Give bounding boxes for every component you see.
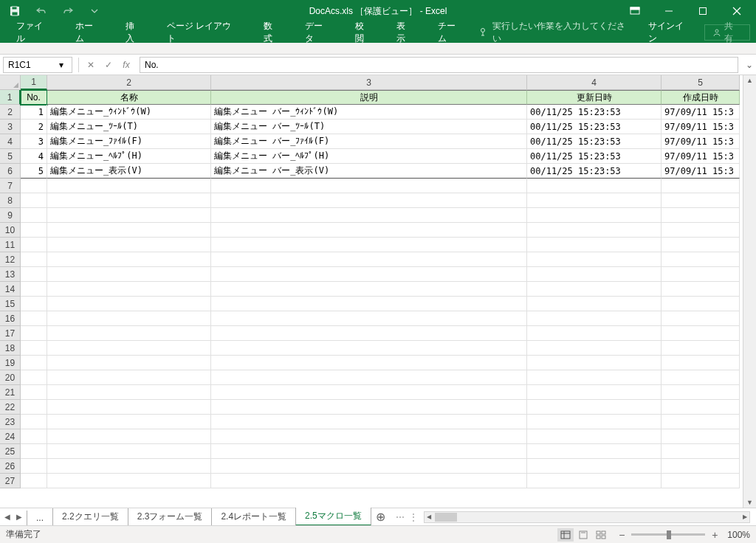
cell[interactable] xyxy=(21,282,47,297)
cell[interactable]: 説明 xyxy=(211,90,527,105)
cell[interactable] xyxy=(21,297,47,311)
cancel-formula-icon[interactable]: ✕ xyxy=(82,57,100,73)
formula-expand-icon[interactable]: ⌄ xyxy=(743,60,756,70)
ribbon-display-icon[interactable] xyxy=(619,0,651,22)
cell[interactable] xyxy=(47,208,211,223)
ribbon-tab[interactable]: ファイル xyxy=(6,22,62,43)
close-button[interactable] xyxy=(721,0,753,22)
cell[interactable] xyxy=(21,267,47,282)
cell[interactable]: 名称 xyxy=(47,90,211,105)
ribbon-tab[interactable]: チーム xyxy=(427,22,475,43)
cell[interactable] xyxy=(47,459,211,474)
row-header[interactable]: 23 xyxy=(0,415,21,429)
cell[interactable] xyxy=(47,252,211,267)
cell[interactable] xyxy=(211,311,527,326)
cell[interactable] xyxy=(21,385,47,400)
cell[interactable]: 1 xyxy=(21,105,47,120)
cell[interactable] xyxy=(211,370,527,385)
sheet-tab[interactable]: 2.2クエリ一覧 xyxy=(52,508,128,526)
cell[interactable] xyxy=(662,252,740,267)
cell[interactable] xyxy=(47,341,211,356)
column-header[interactable]: 2 xyxy=(47,75,211,90)
ribbon-tab[interactable]: 表示 xyxy=(386,22,425,43)
cell[interactable] xyxy=(211,297,527,311)
cell[interactable] xyxy=(21,459,47,474)
view-page-break-icon[interactable] xyxy=(593,528,609,542)
cell[interactable] xyxy=(211,193,527,208)
ribbon-tab[interactable]: 校閲 xyxy=(345,22,383,43)
cell[interactable] xyxy=(527,341,662,356)
cell[interactable] xyxy=(211,223,527,238)
cell[interactable] xyxy=(527,385,662,400)
row-header[interactable]: 17 xyxy=(0,326,21,341)
sheet-tab[interactable]: 2.5マクロ一覧 xyxy=(295,508,371,526)
cell[interactable]: 00/11/25 15:23:53 xyxy=(527,105,662,120)
cell[interactable] xyxy=(662,429,740,444)
cell[interactable] xyxy=(47,356,211,370)
sheet-tab-ellipsis[interactable]: ... xyxy=(27,511,53,526)
cell[interactable] xyxy=(211,326,527,341)
cell[interactable] xyxy=(211,474,527,488)
cell[interactable] xyxy=(211,429,527,444)
save-icon[interactable] xyxy=(6,2,24,20)
cell[interactable] xyxy=(527,311,662,326)
cell[interactable] xyxy=(21,179,47,193)
cell[interactable] xyxy=(662,223,740,238)
cell[interactable]: 更新日時 xyxy=(527,90,662,105)
redo-icon[interactable] xyxy=(59,2,77,20)
ribbon-tab[interactable]: ページ レイアウト xyxy=(157,22,250,43)
cell[interactable] xyxy=(47,238,211,252)
row-header[interactable]: 14 xyxy=(0,282,21,297)
cell[interactable] xyxy=(527,282,662,297)
cell[interactable] xyxy=(527,326,662,341)
fx-icon[interactable]: fx xyxy=(117,57,135,73)
cell[interactable] xyxy=(211,385,527,400)
cell[interactable] xyxy=(527,252,662,267)
cell[interactable] xyxy=(47,444,211,459)
cell[interactable] xyxy=(662,341,740,356)
cell[interactable] xyxy=(662,282,740,297)
cell[interactable] xyxy=(47,415,211,429)
row-header[interactable]: 11 xyxy=(0,238,21,252)
horizontal-scrollbar[interactable] xyxy=(424,511,750,523)
cell[interactable] xyxy=(21,415,47,429)
cell[interactable] xyxy=(21,326,47,341)
cell[interactable] xyxy=(47,193,211,208)
cell[interactable] xyxy=(662,179,740,193)
row-header[interactable]: 10 xyxy=(0,223,21,238)
cell[interactable] xyxy=(662,193,740,208)
cell[interactable] xyxy=(211,238,527,252)
row-header[interactable]: 2 xyxy=(0,105,21,120)
cell[interactable] xyxy=(47,179,211,193)
cell[interactable] xyxy=(211,459,527,474)
cell[interactable] xyxy=(21,370,47,385)
cell[interactable]: 97/09/11 15:3 xyxy=(662,134,740,149)
vertical-scrollbar[interactable] xyxy=(743,75,756,508)
view-page-layout-icon[interactable] xyxy=(575,528,591,542)
cell[interactable] xyxy=(662,370,740,385)
cell[interactable] xyxy=(662,459,740,474)
cell[interactable] xyxy=(662,415,740,429)
tab-split-handle[interactable]: ⋮ xyxy=(409,512,418,522)
cell[interactable] xyxy=(47,370,211,385)
zoom-in-button[interactable]: + xyxy=(709,529,720,541)
row-header[interactable]: 5 xyxy=(0,149,21,164)
cell[interactable]: 97/09/11 15:3 xyxy=(662,149,740,164)
cell[interactable] xyxy=(527,193,662,208)
tabs-more-icon[interactable]: ⋯ xyxy=(391,512,409,522)
cell[interactable]: 00/11/25 15:23:53 xyxy=(527,134,662,149)
cell[interactable]: 編集メニュー バー_ｳｨﾝﾄﾞｳ(W) xyxy=(211,105,527,120)
column-header[interactable]: 4 xyxy=(527,75,662,90)
cell[interactable]: 97/09/11 15:3 xyxy=(662,105,740,120)
formula-input[interactable]: No. xyxy=(140,57,738,73)
cell[interactable] xyxy=(211,267,527,282)
cell[interactable] xyxy=(527,223,662,238)
row-header[interactable]: 9 xyxy=(0,208,21,223)
row-header[interactable]: 18 xyxy=(0,341,21,356)
cell[interactable] xyxy=(47,400,211,415)
view-normal-icon[interactable] xyxy=(557,528,574,542)
row-header[interactable]: 26 xyxy=(0,459,21,474)
row-header[interactable]: 1 xyxy=(0,90,21,105)
cell[interactable]: 編集メニュー_表示(V) xyxy=(47,164,211,179)
ribbon-tab[interactable]: データ xyxy=(295,22,342,43)
